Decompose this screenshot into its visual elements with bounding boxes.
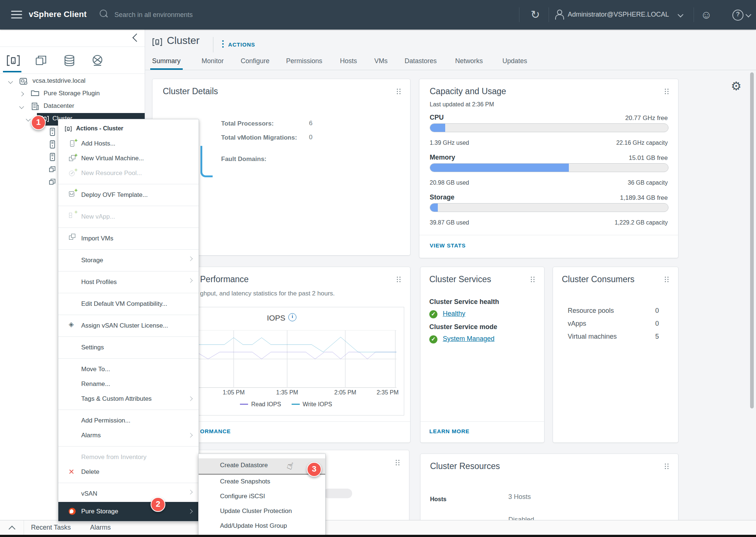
menu-item-tags-custom-attributes[interactable]: Tags & Custom Attributes	[58, 391, 199, 406]
user-icon	[554, 10, 564, 20]
resource-pools-value: 0	[655, 307, 659, 315]
menu-item-vsan[interactable]: vSAN	[58, 483, 199, 501]
new-vm-icon	[69, 155, 76, 162]
view-stats-link[interactable]: VIEW STATS	[430, 242, 465, 249]
menu-item-new-resource-pool[interactable]: New Resource Pool...	[58, 166, 199, 181]
info-icon[interactable]	[288, 313, 296, 321]
card-title: Performance	[200, 274, 249, 284]
learn-more-link[interactable]: LEARN MORE	[429, 428, 470, 434]
menu-item-settings[interactable]: Settings	[58, 336, 199, 355]
drag-handle-icon[interactable]	[665, 277, 669, 283]
system-managed-link[interactable]: System Managed	[443, 335, 494, 342]
user-menu[interactable]: Administrator@VSPHERE.LOCAL	[568, 11, 669, 18]
storage-icon[interactable]	[62, 54, 77, 67]
menu-item-host-profiles[interactable]: Host Profiles	[58, 271, 199, 290]
vapps-value: 0	[655, 320, 659, 328]
cpu-used: 1.39 GHz used	[430, 140, 469, 146]
tab-networks[interactable]: Networks	[455, 57, 483, 65]
submenu-item-create-snapshots[interactable]: Create Snapshots	[199, 475, 325, 489]
submenu-item-create-datastore[interactable]: Create Datastore	[199, 458, 325, 475]
vms-and-templates-icon[interactable]	[34, 54, 49, 67]
drag-handle-icon[interactable]	[396, 460, 400, 466]
chevron-down-icon[interactable]	[678, 12, 684, 18]
tab-permissions[interactable]: Permissions	[286, 57, 322, 65]
tab-vms[interactable]: VMs	[374, 57, 388, 65]
new-resource-pool-icon	[69, 170, 76, 177]
refresh-icon[interactable]: ↻	[529, 7, 542, 22]
chevron-down-icon[interactable]	[26, 117, 31, 122]
expand-panel-icon[interactable]	[8, 526, 15, 532]
hamburger-menu-icon[interactable]	[11, 11, 22, 19]
tab-updates[interactable]: Updates	[502, 57, 527, 65]
import-vms-icon	[69, 234, 76, 240]
read-iops-swatch	[240, 404, 248, 405]
drag-handle-icon[interactable]	[397, 277, 401, 283]
networking-icon[interactable]	[90, 54, 105, 67]
tree-item-datacenter[interactable]: Datacenter	[0, 100, 145, 113]
submenu-item-configure-iscsi[interactable]: Configure iSCSI	[199, 489, 325, 504]
collapse-sidebar-icon[interactable]	[133, 34, 141, 42]
storage-label: Storage	[430, 194, 454, 201]
datacenter-icon	[31, 103, 39, 110]
context-menu-header: Actions - Cluster	[58, 122, 199, 136]
actions-button[interactable]: ACTIONS	[228, 41, 255, 48]
tab-hosts[interactable]: Hosts	[340, 57, 357, 65]
global-search[interactable]	[99, 7, 328, 22]
menu-item-new-vapp[interactable]: New vApp...	[58, 206, 199, 224]
view-performance-link[interactable]: ORMANCE	[200, 428, 231, 434]
vertical-scrollbar[interactable]	[750, 72, 754, 408]
menu-item-move-to[interactable]: Move To...	[58, 358, 199, 377]
tree-item-pure-storage-plugin[interactable]: Pure Storage Plugin	[0, 88, 145, 100]
submenu-item-update-cluster-protection[interactable]: Update Cluster Protection	[199, 504, 325, 519]
help-icon[interactable]	[732, 10, 743, 21]
menu-item-storage[interactable]: Storage	[58, 249, 199, 268]
healthy-link[interactable]: Healthy	[443, 310, 465, 317]
submenu-item-add-update-host-group[interactable]: Add/Update Host Group	[199, 519, 325, 534]
menu-item-delete[interactable]: Delete	[58, 465, 199, 479]
menu-item-alarms[interactable]: Alarms	[58, 428, 199, 443]
chevron-down-icon[interactable]	[746, 12, 752, 18]
hosts-and-clusters-icon[interactable]	[6, 54, 21, 67]
x-tick: 2:35 PM	[377, 389, 399, 396]
submenu-arrow-icon	[188, 509, 193, 514]
annotation-step-1: 1	[31, 115, 46, 130]
drag-handle-icon[interactable]	[531, 277, 535, 283]
recent-tasks-button[interactable]: Recent Tasks	[31, 524, 71, 531]
drag-handle-icon[interactable]	[397, 89, 401, 95]
chevron-down-icon[interactable]	[19, 104, 24, 109]
x-tick: 2:05 PM	[334, 389, 357, 396]
tab-datastores[interactable]: Datastores	[405, 57, 437, 65]
alarms-button[interactable]: Alarms	[90, 524, 111, 531]
healthy-check-icon	[429, 310, 437, 318]
x-tick: 1:35 PM	[276, 389, 298, 396]
chevron-right-icon[interactable]	[19, 92, 24, 96]
cluster-icon	[64, 126, 72, 132]
gear-icon[interactable]: ⚙	[731, 79, 742, 93]
feedback-smiley-icon[interactable]: ☺	[701, 8, 712, 21]
tab-monitor[interactable]: Monitor	[202, 57, 224, 65]
menu-item-import-vms[interactable]: Import VMs	[58, 228, 199, 246]
tree-item-vcenter[interactable]: vcsa.testdrive.local	[0, 75, 145, 88]
actions-menu-icon[interactable]	[222, 40, 224, 49]
menu-item-add-permission[interactable]: Add Permission...	[58, 410, 199, 428]
menu-item-pure-storage[interactable]: Pure Storage	[58, 502, 199, 521]
search-input[interactable]	[114, 7, 322, 22]
menu-item-remove-from-inventory[interactable]: Remove from Inventory	[58, 446, 199, 465]
menu-item-rename[interactable]: Rename...	[58, 377, 199, 391]
menu-item-deploy-ovf-template[interactable]: Deploy OVF Template...	[58, 184, 199, 202]
vsphere-client-window: vSphere Client ↻ Administrator@VSPHERE.L…	[0, 0, 756, 537]
submenu-arrow-icon	[188, 490, 193, 495]
drag-handle-icon[interactable]	[665, 464, 669, 469]
menu-item-edit-default-vm-compatibility[interactable]: Edit Default VM Compatibility...	[58, 293, 199, 311]
menu-item-assign-vsan-cluster-license[interactable]: Assign vSAN Cluster License...	[58, 315, 199, 333]
tab-configure[interactable]: Configure	[241, 57, 269, 65]
hosts-label: Hosts	[430, 496, 446, 503]
menu-item-add-hosts[interactable]: Add Hosts...	[58, 136, 199, 151]
window-bottom-edge	[0, 535, 756, 537]
menu-item-new-virtual-machine[interactable]: New Virtual Machine...	[58, 151, 199, 166]
submenu-arrow-icon	[188, 396, 193, 401]
drag-handle-icon[interactable]	[665, 89, 669, 95]
cpu-progress-bar	[430, 123, 669, 132]
tab-summary[interactable]: Summary	[152, 57, 181, 65]
chevron-down-icon[interactable]	[8, 79, 13, 84]
